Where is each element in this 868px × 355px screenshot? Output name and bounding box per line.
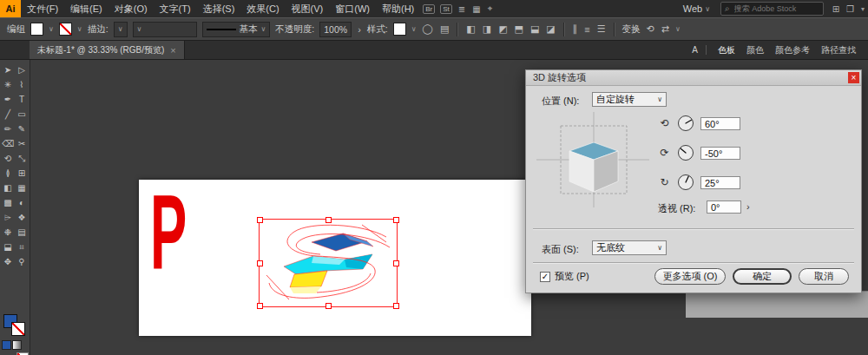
document-setup-icon[interactable]: ▤	[439, 23, 450, 35]
align-bottom-icon[interactable]: ◪	[545, 23, 556, 35]
more-options-button[interactable]: 更多选项 (O)	[654, 268, 726, 285]
selection-handle[interactable]	[257, 217, 263, 223]
ok-button[interactable]: 确定	[733, 268, 792, 285]
tool-symbol-sprayer[interactable]: ❉	[1, 225, 15, 240]
dialog-title[interactable]: 3D 旋转选项	[526, 70, 861, 86]
menu-file[interactable]: 文件(F)	[21, 0, 64, 17]
distribute-horizontal-icon[interactable]: ∥	[572, 23, 579, 35]
tool-artboard[interactable]: ⬓	[1, 240, 15, 254]
tool-type[interactable]: T	[15, 92, 29, 107]
tab-color[interactable]: 颜色	[746, 44, 764, 56]
cancel-button[interactable]: 取消	[799, 268, 849, 285]
align-left-icon[interactable]: ◧	[465, 23, 476, 35]
artwork-letter-p[interactable]: P	[150, 180, 187, 286]
distribute-center-icon[interactable]: ≡	[583, 24, 590, 35]
tool-line-segment[interactable]: ╱	[1, 107, 15, 122]
stock-badge-icon[interactable]: St	[440, 4, 452, 14]
tab-pathfinder[interactable]: 路径查找	[821, 44, 856, 56]
rotate-y-value[interactable]: -50°	[700, 147, 740, 160]
preview-checkbox[interactable]: ✓	[540, 272, 550, 282]
style-caret-icon[interactable]: ∨	[411, 25, 417, 33]
menu-type[interactable]: 文字(T)	[154, 0, 197, 17]
fill-caret-icon[interactable]: ∨	[49, 25, 54, 33]
more-chevron-icon[interactable]: ▾	[861, 5, 865, 13]
selection-handle[interactable]	[393, 260, 399, 266]
stroke-swatch[interactable]	[59, 23, 72, 36]
stock-search[interactable]: ⌕	[720, 2, 824, 16]
tool-paintbrush[interactable]: ✏	[1, 122, 15, 136]
selection-handle[interactable]	[326, 217, 332, 223]
tab-close-icon[interactable]: ×	[170, 45, 175, 56]
tool-magic-wand[interactable]: ✳	[1, 77, 15, 92]
selection-handle[interactable]	[257, 260, 263, 266]
tool-rectangle[interactable]: ▭	[15, 107, 29, 122]
rotation-cube-widget[interactable]	[536, 112, 649, 207]
tool-eyedropper[interactable]: ⌲	[1, 210, 15, 225]
gradient-mode-icon[interactable]	[12, 340, 22, 350]
rotate-y-dial[interactable]	[676, 143, 695, 162]
tool-pen[interactable]: ✒	[1, 92, 15, 107]
rotate-z-dial[interactable]	[676, 173, 695, 192]
transform-flip-icon[interactable]: ⇄	[661, 23, 670, 35]
transform-rotate-icon[interactable]: ⟲	[646, 23, 655, 35]
tool-eraser[interactable]: ⌫	[1, 136, 15, 151]
transform-caret-icon[interactable]: ∨	[675, 25, 681, 33]
tab-swatches[interactable]: 色板	[718, 44, 735, 56]
tool-pencil[interactable]: ✎	[15, 122, 29, 136]
tab-color-guide[interactable]: 颜色参考	[775, 44, 810, 56]
stroke-color-chip[interactable]	[11, 322, 25, 336]
menu-edit[interactable]: 编辑(E)	[64, 0, 108, 17]
tool-scale[interactable]: ⤡	[15, 151, 29, 166]
menu-help[interactable]: 帮助(H)	[376, 0, 420, 17]
collapsed-panel-icon[interactable]: A	[692, 45, 707, 55]
dialog-close-button[interactable]: ×	[848, 72, 859, 83]
tool-perspective-grid[interactable]: ▦	[15, 181, 29, 195]
menu-object[interactable]: 对象(O)	[108, 0, 154, 17]
tool-hand[interactable]: ✥	[1, 254, 15, 269]
fill-swatch[interactable]	[30, 23, 43, 36]
artboard[interactable]: P	[139, 180, 531, 336]
tool-width[interactable]: ≬	[1, 166, 15, 181]
rotate-x-dial[interactable]	[676, 114, 695, 133]
tool-shape-builder[interactable]: ◧	[1, 181, 15, 195]
perspective-chevron-icon[interactable]: ›	[746, 201, 750, 212]
style-swatch[interactable]	[393, 23, 406, 36]
tool-selection[interactable]: ➤	[1, 62, 15, 77]
canvas[interactable]: P	[30, 59, 868, 355]
brush-definition-dropdown[interactable]: 基本 ∨	[202, 22, 271, 37]
color-mode-icon[interactable]	[2, 340, 11, 350]
search-input[interactable]	[733, 3, 819, 14]
align-center-icon[interactable]: ◨	[482, 23, 492, 35]
selection-handle[interactable]	[326, 303, 332, 309]
tool-column-graph[interactable]: ▤	[15, 225, 29, 240]
distribute-vertical-icon[interactable]: ☰	[596, 23, 607, 35]
opacity-field[interactable]: 100%	[319, 22, 352, 37]
launch-icon[interactable]: ⌖	[488, 3, 493, 14]
align-middle-icon[interactable]: ⬓	[529, 23, 540, 35]
document-tab[interactable]: 未标题-1* @ 33.33% (RGB/预览) ×	[30, 41, 185, 59]
stroke-caret-icon[interactable]: ∨	[77, 25, 82, 33]
selection-handle[interactable]	[393, 303, 399, 309]
opacity-chevron-icon[interactable]: ›	[357, 24, 362, 35]
menu-effect[interactable]: 效果(C)	[240, 0, 285, 17]
bridge-badge-icon[interactable]: Br	[423, 4, 435, 14]
menu-select[interactable]: 选择(S)	[197, 0, 241, 17]
tool-mesh[interactable]: ▩	[1, 195, 15, 210]
tool-lasso[interactable]: ⌇	[15, 77, 29, 92]
menu-view[interactable]: 视图(V)	[286, 0, 330, 17]
perspective-value[interactable]: 0°	[707, 201, 741, 214]
width-profile-dropdown[interactable]: ∨	[133, 22, 197, 37]
tool-slice[interactable]: ⌗	[15, 240, 29, 254]
rotate-x-value[interactable]: 60°	[700, 117, 740, 130]
tool-rotate[interactable]: ⟲	[1, 151, 15, 166]
tool-free-transform[interactable]: ⊞	[15, 166, 29, 181]
workspace-switcher[interactable]: Web ∨	[678, 3, 715, 14]
arrange-documents-icon[interactable]: ≣	[458, 4, 465, 14]
tool-scissors[interactable]: ✂	[15, 136, 29, 151]
windows-icon[interactable]: ❐	[846, 4, 854, 14]
tool-direct-selection[interactable]: ▷	[15, 62, 29, 77]
tool-gradient[interactable]: ◐	[15, 195, 29, 210]
selection-bounding-box[interactable]	[259, 219, 398, 307]
position-dropdown[interactable]: 自定旋转 ∨	[592, 92, 667, 107]
align-right-icon[interactable]: ◩	[497, 23, 508, 35]
